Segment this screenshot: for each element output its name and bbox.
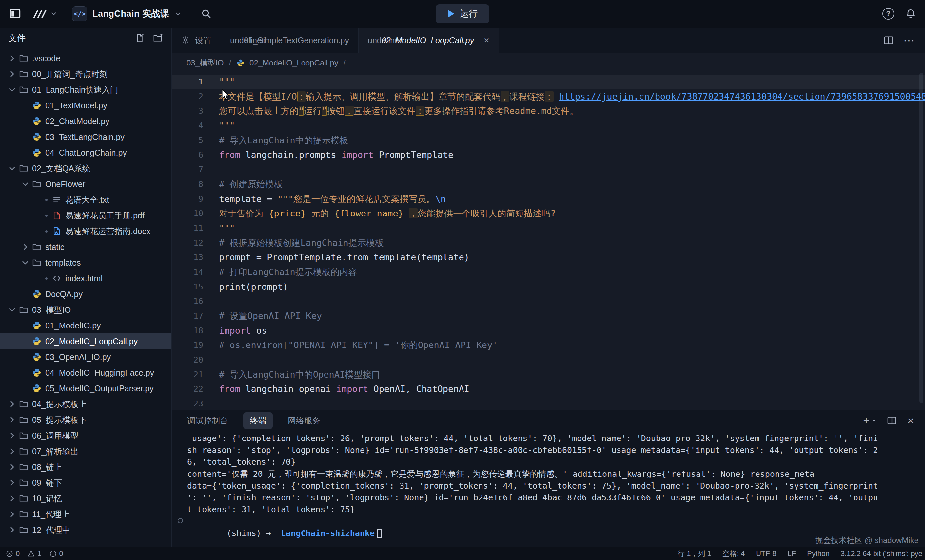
breadcrumb-item[interactable]: … — [351, 58, 359, 68]
run-button[interactable]: 运行 — [435, 4, 490, 23]
tree-item-05_提示模板下[interactable]: 05_提示模板下 — [0, 412, 172, 428]
code-line-23[interactable]: 23 — [172, 396, 925, 410]
code-line-4[interactable]: 4""" — [172, 119, 925, 133]
tree-item-label: 01_LangChain快速入门 — [32, 84, 118, 95]
tree-item-.vscode[interactable]: .vscode — [0, 50, 172, 66]
tab-close-icon[interactable]: × — [484, 36, 489, 45]
line-content: print(prompt) — [219, 280, 288, 294]
panel-tab-网络服务[interactable]: 网络服务 — [288, 415, 321, 426]
panel-tab-调试控制台[interactable]: 调试控制台 — [187, 415, 228, 426]
bell-icon — [905, 9, 916, 19]
help-button[interactable]: ? — [882, 8, 894, 20]
tree-item-易速鲜花运营指南.docx[interactable]: 易速鲜花运营指南.docx — [0, 223, 172, 239]
status-interpreter[interactable]: 3.12.2 64-bit ('shims': pye — [841, 549, 922, 558]
code-lines: 1"""2本文件是【模型I/O：输入提示、调用模型、解析输出】章节的配套代码，课… — [172, 75, 925, 410]
python-file-icon — [32, 337, 41, 346]
code-line-16[interactable]: 16 — [172, 294, 925, 309]
code-line-7[interactable]: 7 — [172, 162, 925, 177]
code-line-21[interactable]: 21# 导入LangChain中的OpenAI模型接口 — [172, 368, 925, 382]
code-line-19[interactable]: 19# os.environ["OPENAI_API_KEY"] = '你的Op… — [172, 338, 925, 353]
notifications-button[interactable] — [905, 9, 916, 19]
tree-item-02_文档QA系统[interactable]: 02_文档QA系统 — [0, 161, 172, 176]
app-logo-menu[interactable] — [32, 8, 57, 20]
problems-warning-count[interactable]: 1 — [27, 549, 41, 558]
terminal-output[interactable]: _usage': {'completion_tokens': 26, 'prom… — [172, 431, 925, 528]
tree-item-12_代理中[interactable]: 12_代理中 — [0, 522, 172, 538]
status-encoding[interactable]: UTF-8 — [756, 549, 776, 558]
split-editor-button[interactable] — [884, 35, 893, 45]
line-number: 3 — [172, 104, 203, 119]
sidebar-toggle-button[interactable] — [9, 8, 21, 20]
tree-item-01_LangChain快速入门[interactable]: 01_LangChain快速入门 — [0, 82, 172, 98]
close-panel-button[interactable]: × — [907, 414, 914, 427]
problems-info-count[interactable]: 0 — [50, 549, 63, 558]
code-line-22[interactable]: 22from langchain_openai import OpenAI, C… — [172, 382, 925, 396]
tree-item-03_OpenAI_IO.py[interactable]: 03_OpenAI_IO.py — [0, 349, 172, 365]
chevron-right-icon — [8, 447, 17, 455]
code-line-5[interactable]: 5# 导入LangChain中的提示模板 — [172, 133, 925, 148]
code-line-13[interactable]: 13prompt = PromptTemplate.from_template(… — [172, 250, 925, 265]
tree-item-03_模型IO[interactable]: 03_模型IO — [0, 302, 172, 318]
split-terminal-button[interactable] — [887, 416, 897, 425]
tree-item-04_ModelIO_HuggingFace.py[interactable]: 04_ModelIO_HuggingFace.py — [0, 365, 172, 381]
tree-item-OneFlower[interactable]: OneFlower — [0, 176, 172, 192]
tree-item-DocQA.py[interactable]: DocQA.py — [0, 286, 172, 302]
code-editor[interactable]: 1"""2本文件是【模型I/O：输入提示、调用模型、解析输出】章节的配套代码，课… — [172, 73, 925, 410]
tree-item-11_代理上[interactable]: 11_代理上 — [0, 506, 172, 522]
tab-label: 01_SimpleTextGeneration.py — [244, 36, 349, 45]
tree-item-花语大全.txt[interactable]: 花语大全.txt — [0, 192, 172, 208]
code-line-10[interactable]: 10对于售价为 {price} 元的 {flower_name} ，您能提供一个… — [172, 206, 925, 221]
code-line-2[interactable]: 2本文件是【模型I/O：输入提示、调用模型、解析输出】章节的配套代码，课程链接：… — [172, 89, 925, 104]
tree-item-index.html[interactable]: index.html — [0, 270, 172, 286]
tree-item-08_链上[interactable]: 08_链上 — [0, 459, 172, 475]
code-line-9[interactable]: 9template = """您是一位专业的鲜花店文案撰写员。\n — [172, 192, 925, 207]
status-indentation[interactable]: 空格: 4 — [722, 549, 745, 559]
tree-item-04_提示模板上[interactable]: 04_提示模板上 — [0, 396, 172, 412]
code-line-15[interactable]: 15print(prompt) — [172, 280, 925, 294]
line-number: 2 — [172, 89, 203, 104]
tree-item-10_记忆[interactable]: 10_记忆 — [0, 491, 172, 506]
code-line-6[interactable]: 6from langchain.prompts import PromptTem… — [172, 148, 925, 162]
editor-scrollbar[interactable] — [919, 73, 923, 403]
tab-02_ModelIO_LoopCall.py[interactable]: undefined02_ModelIO_LoopCall.py× — [359, 27, 499, 53]
tree-item-05_ModelIO_OutputParser.py[interactable]: 05_ModelIO_OutputParser.py — [0, 381, 172, 396]
code-line-12[interactable]: 12# 根据原始模板创建LangChain提示模板 — [172, 236, 925, 251]
tree-item-易速鲜花员工手册.pdf[interactable]: 易速鲜花员工手册.pdf — [0, 208, 172, 223]
tree-item-00_开篇词_奇点时刻[interactable]: 00_开篇词_奇点时刻 — [0, 66, 172, 82]
tree-item-01_ModelIO.py[interactable]: 01_ModelIO.py — [0, 318, 172, 333]
status-eol[interactable]: LF — [788, 549, 796, 558]
status-cursor-position[interactable]: 行 1，列 1 — [678, 549, 711, 559]
breadcrumb-item[interactable]: 02_ModelIO_LoopCall.py — [249, 58, 338, 68]
more-actions-button[interactable]: ⋯ — [903, 34, 914, 47]
panel-tab-终端[interactable]: 终端 — [243, 412, 273, 429]
code-line-14[interactable]: 14# 打印LangChain提示模板的内容 — [172, 265, 925, 280]
code-line-8[interactable]: 8# 创建原始模板 — [172, 177, 925, 192]
code-line-3[interactable]: 3您可以点击最上方的“运行”按钮，直接运行该文件；更多操作指引请参考Readme… — [172, 104, 925, 119]
breadcrumb-item[interactable]: 03_模型IO — [187, 58, 223, 68]
new-terminal-button[interactable]: + — [863, 414, 877, 427]
tree-item-04_ChatLongChain.py[interactable]: 04_ChatLongChain.py — [0, 145, 172, 161]
tree-item-01_TextModel.py[interactable]: 01_TextModel.py — [0, 98, 172, 113]
code-line-17[interactable]: 17# 设置OpenAI API Key — [172, 309, 925, 324]
tree-item-03_TextLangChain.py[interactable]: 03_TextLangChain.py — [0, 129, 172, 145]
tree-item-06_调用模型[interactable]: 06_调用模型 — [0, 428, 172, 443]
status-language[interactable]: Python — [807, 549, 830, 558]
tree-item-templates[interactable]: templates — [0, 255, 172, 270]
tree-item-02_ModelIO_LoopCall.py[interactable]: 02_ModelIO_LoopCall.py — [0, 333, 172, 349]
tree-item-02_ChatModel.py[interactable]: 02_ChatModel.py — [0, 113, 172, 129]
code-line-20[interactable]: 20 — [172, 353, 925, 368]
new-folder-button[interactable] — [153, 33, 163, 43]
code-line-11[interactable]: 11""" — [172, 221, 925, 236]
new-file-button[interactable] — [135, 33, 145, 43]
code-line-1[interactable]: 1""" — [172, 75, 925, 89]
tree-item-static[interactable]: static — [0, 239, 172, 255]
tree-item-09_链下[interactable]: 09_链下 — [0, 475, 172, 491]
tab-01_SimpleTextGeneration.py[interactable]: undefined01_SimpleTextGeneration.py — [221, 27, 359, 53]
problems-error-count[interactable]: 0 — [6, 549, 20, 558]
search-button[interactable] — [201, 9, 211, 19]
code-line-18[interactable]: 18import os — [172, 324, 925, 338]
project-switcher[interactable]: </> LangChain 实战课 — [72, 6, 181, 21]
terminal-line: 6, 'total_tokens': 70} — [187, 456, 919, 468]
tree-item-07_解析输出[interactable]: 07_解析输出 — [0, 443, 172, 459]
tab-设置[interactable]: 设置 — [172, 27, 221, 53]
